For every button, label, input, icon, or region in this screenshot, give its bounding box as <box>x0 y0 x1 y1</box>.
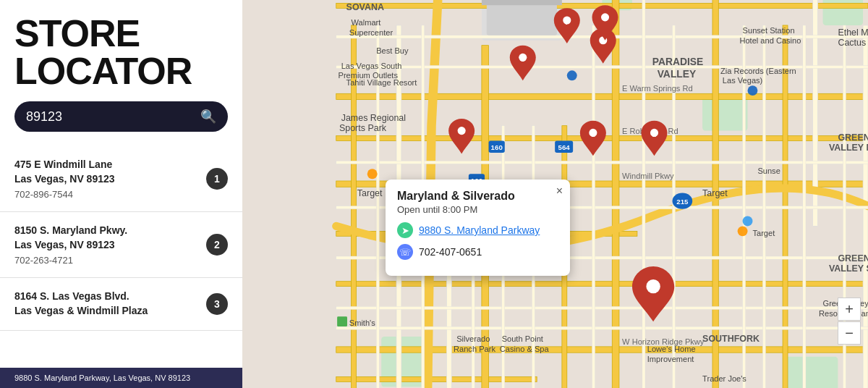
svg-text:Zia Records (Eastern: Zia Records (Eastern <box>720 67 796 75</box>
svg-rect-39 <box>336 161 868 164</box>
svg-text:South Point: South Point <box>502 334 543 343</box>
svg-text:Ethel M Botanical: Ethel M Botanical <box>838 28 868 38</box>
svg-text:2: 2 <box>652 130 657 138</box>
svg-text:160: 160 <box>491 143 503 151</box>
store-address-2: 8150 S. Maryland Pkwy. Las Vegas, NV 891… <box>14 224 206 252</box>
svg-text:Silverado: Silverado <box>456 334 490 343</box>
store-info-3: 8164 S. Las Vegas Blvd. Las Vegas & Wind… <box>14 290 206 318</box>
svg-text:5: 5 <box>521 55 525 63</box>
svg-text:Ranch Park: Ranch Park <box>454 345 495 353</box>
svg-rect-57 <box>487 0 557 35</box>
popup-close-button[interactable]: × <box>556 185 563 197</box>
svg-text:Improvement: Improvement <box>647 355 694 363</box>
left-panel: STORE LOCATOR 🔍 475 E Windmill Lane Las … <box>0 0 242 388</box>
svg-rect-49 <box>592 25 595 388</box>
popup-address-row: ➤ 9880 S. Maryland Parkway <box>397 222 558 238</box>
svg-text:Hotel and Casino: Hotel and Casino <box>739 36 801 45</box>
popup-phone-text: 702-407-0651 <box>419 246 482 258</box>
svg-text:Sports Park: Sports Park <box>339 123 387 133</box>
store-info-1: 475 E Windmill Lane Las Vegas, NV 89123 … <box>14 158 206 200</box>
search-input[interactable] <box>26 109 200 125</box>
svg-rect-23 <box>336 347 868 353</box>
svg-rect-5 <box>702 96 747 131</box>
popup-title: Maryland & Silverado <box>397 190 558 203</box>
svg-rect-25 <box>336 376 537 381</box>
store-item-3[interactable]: 8164 S. Las Vegas Blvd. Las Vegas & Wind… <box>0 278 242 330</box>
svg-rect-26 <box>612 0 619 388</box>
svg-text:Casino & Spa: Casino & Spa <box>500 345 550 353</box>
store-item-1[interactable]: 475 E Windmill Lane Las Vegas, NV 89123 … <box>0 146 242 212</box>
svg-text:Las Vegas): Las Vegas) <box>723 76 762 85</box>
store-phone-2: 702-263-4721 <box>14 255 206 266</box>
popup-phone-row: ☏ 702-407-0651 <box>397 244 558 260</box>
svg-text:Target: Target <box>357 188 383 198</box>
search-bar[interactable]: 🔍 <box>14 101 228 132</box>
svg-text:Windmill Pkwy: Windmill Pkwy <box>622 172 674 180</box>
search-icon[interactable]: 🔍 <box>200 109 216 125</box>
svg-text:GREEN: GREEN <box>838 132 868 143</box>
svg-rect-56 <box>803 25 806 388</box>
svg-text:VALLEY NORTH: VALLEY NORTH <box>829 143 868 153</box>
store-address-3: 8164 S. Las Vegas Blvd. Las Vegas & Wind… <box>14 290 206 318</box>
store-info-2: 8150 S. Maryland Pkwy. Las Vegas, NV 891… <box>14 224 206 266</box>
svg-text:Premium Outlets: Premium Outlets <box>339 71 399 80</box>
svg-rect-17 <box>537 3 868 8</box>
svg-rect-8 <box>783 357 838 388</box>
svg-text:Trader Joe's: Trader Joe's <box>702 374 746 383</box>
svg-rect-43 <box>336 326 868 329</box>
svg-point-143 <box>743 216 753 227</box>
zoom-in-button[interactable]: + <box>838 298 861 321</box>
svg-rect-155 <box>337 316 347 326</box>
svg-text:VALLEY SOUTH: VALLEY SOUTH <box>829 263 868 274</box>
svg-text:SOUTHFORK: SOUTHFORK <box>702 334 760 344</box>
svg-text:Sunse: Sunse <box>757 166 780 175</box>
popup-nav-icon: ➤ <box>397 222 413 238</box>
svg-rect-55 <box>762 25 765 388</box>
svg-text:James Regional: James Regional <box>341 113 406 123</box>
svg-text:Supercenter: Supercenter <box>349 28 393 37</box>
svg-rect-46 <box>672 25 675 388</box>
svg-rect-18 <box>336 93 868 99</box>
svg-text:PARADISE: PARADISE <box>652 56 704 67</box>
svg-text:SOVANA: SOVANA <box>346 2 384 12</box>
svg-text:Lowe's Home: Lowe's Home <box>647 345 696 353</box>
svg-text:Las Vegas South: Las Vegas South <box>341 62 402 70</box>
svg-text:564: 564 <box>558 143 571 151</box>
svg-rect-42 <box>336 306 868 309</box>
svg-text:7: 7 <box>565 18 569 26</box>
svg-rect-45 <box>642 0 645 388</box>
page-title: STORE LOCATOR <box>14 14 228 90</box>
svg-text:VALLEY: VALLEY <box>658 68 697 80</box>
popup-status: Open until 8:00 PM <box>397 204 558 215</box>
popup-address-link[interactable]: 9880 S. Maryland Parkway <box>419 224 540 236</box>
svg-text:Best Buy: Best Buy <box>376 46 409 55</box>
svg-text:Cactus Garden: Cactus Garden <box>838 38 868 48</box>
bottom-bar: 9880 S. Maryland Parkway, Las Vegas, NV … <box>0 368 242 388</box>
svg-point-145 <box>367 169 378 179</box>
zoom-controls: + − <box>838 298 861 345</box>
map-popup: × Maryland & Silverado Open until 8:00 P… <box>386 180 570 276</box>
zoom-out-button[interactable]: − <box>838 321 861 345</box>
svg-text:Walmart: Walmart <box>352 18 381 27</box>
header-section: STORE LOCATOR 🔍 <box>0 0 242 146</box>
svg-text:1: 1 <box>591 130 595 138</box>
svg-point-139 <box>646 279 660 293</box>
store-address-1: 475 E Windmill Lane Las Vegas, NV 89123 <box>14 158 206 186</box>
svg-text:Sunset Station: Sunset Station <box>743 26 795 35</box>
svg-text:Target: Target <box>752 229 775 237</box>
svg-text:Smith's: Smith's <box>349 319 375 327</box>
svg-text:E Warm Springs Rd: E Warm Springs Rd <box>622 84 692 93</box>
svg-text:4: 4 <box>603 14 608 22</box>
svg-text:6: 6 <box>459 128 464 136</box>
stores-list: 475 E Windmill Lane Las Vegas, NV 89123 … <box>0 146 242 368</box>
store-badge-3: 3 <box>206 293 228 315</box>
svg-text:Target: Target <box>702 188 728 198</box>
svg-point-146 <box>738 226 748 236</box>
store-phone-1: 702-896-7544 <box>14 189 206 200</box>
svg-point-141 <box>748 85 758 96</box>
store-item-2[interactable]: 8150 S. Maryland Pkwy. Las Vegas, NV 891… <box>0 212 242 278</box>
svg-rect-58 <box>482 0 562 5</box>
svg-text:GREEN: GREEN <box>838 253 868 263</box>
svg-rect-22 <box>336 282 868 287</box>
svg-point-140 <box>567 70 577 80</box>
